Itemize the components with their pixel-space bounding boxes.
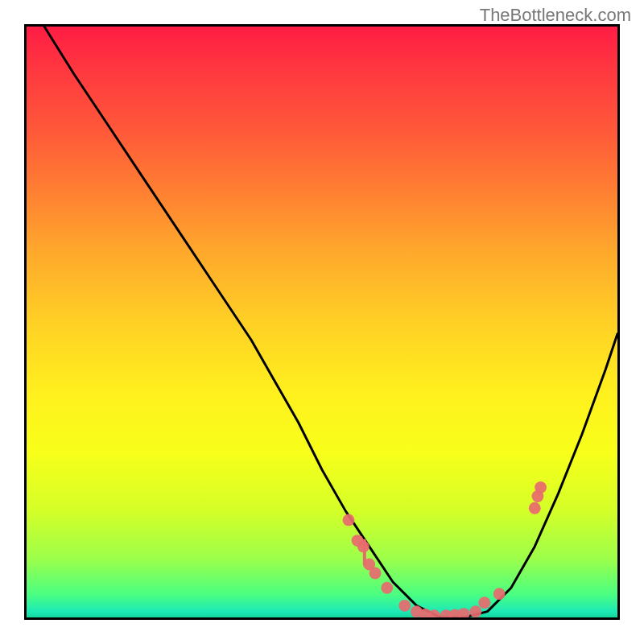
data-point (529, 502, 541, 514)
data-point (469, 605, 481, 617)
data-point (381, 582, 393, 594)
bottleneck-curve (44, 27, 617, 617)
data-point (478, 597, 490, 609)
watermark-text: TheBottleneck.com (480, 5, 631, 26)
chart-plot-area (24, 24, 620, 620)
data-point (535, 481, 547, 493)
chart-svg (27, 27, 617, 617)
data-point (458, 608, 470, 617)
data-point (343, 514, 355, 526)
data-point (357, 540, 369, 552)
data-point (398, 600, 411, 612)
scatter-points (343, 481, 547, 617)
data-point (369, 568, 382, 580)
data-point (493, 588, 506, 600)
